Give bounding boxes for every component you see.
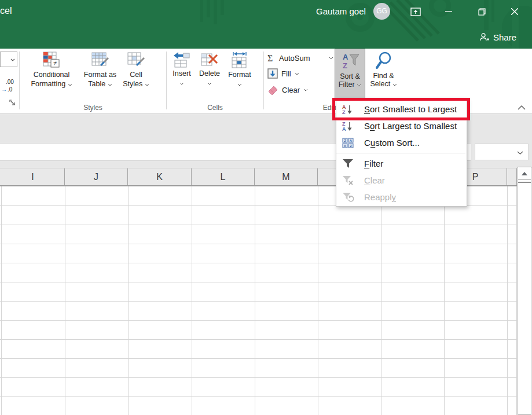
- clear-button[interactable]: Clear: [267, 83, 308, 97]
- grid-line-horizontal: [0, 301, 517, 302]
- delete-cells-icon: [201, 52, 218, 68]
- chevron-down-icon: [68, 83, 72, 86]
- annotation-highlight-box: [332, 98, 470, 120]
- avatar[interactable]: GG: [373, 3, 390, 20]
- menu-item-reapply: Reapply: [336, 189, 467, 205]
- autosum-sigma-icon: Σ: [267, 53, 276, 63]
- svg-text:→: →: [1, 86, 7, 93]
- menu-item-filter[interactable]: Filter: [336, 155, 467, 172]
- conditional-formatting-button[interactable]: ≠ Conditional Formatting: [23, 50, 80, 104]
- cell-styles-button[interactable]: Cell Styles: [119, 50, 153, 104]
- group-separator: [263, 52, 264, 109]
- column-header-I[interactable]: I: [1, 168, 65, 185]
- column-header-K[interactable]: K: [128, 168, 192, 185]
- menu-item-clear: Clear: [336, 172, 467, 189]
- filter-icon: [342, 159, 354, 168]
- share-label: Share: [493, 32, 516, 42]
- sort-filter-icon: A Z: [341, 52, 359, 71]
- menu-item-custom-sort[interactable]: ZAAZ Custom Sort...: [336, 134, 467, 151]
- svg-text:Z: Z: [344, 138, 346, 142]
- chevron-down-icon: [295, 72, 299, 75]
- restore-button[interactable]: [474, 5, 489, 19]
- chevron-down-icon: [179, 82, 184, 85]
- eraser-icon: [267, 85, 278, 96]
- ribbon-display-options-button[interactable]: [408, 5, 423, 19]
- window-title: cel: [0, 6, 12, 16]
- svg-text:Σ: Σ: [267, 53, 273, 63]
- number-dialog-launcher-icon[interactable]: [9, 100, 17, 107]
- account-name[interactable]: Gautam goel: [316, 6, 366, 16]
- ribbon-display-options-icon: [410, 8, 421, 16]
- chevron-down-icon: [10, 58, 15, 61]
- column-header-J[interactable]: J: [65, 168, 128, 185]
- share-button[interactable]: Share: [479, 31, 516, 43]
- formula-bar-expand[interactable]: [475, 144, 529, 160]
- grid-line-horizontal: [0, 225, 517, 225]
- grid-line-horizontal: [0, 320, 517, 321]
- close-icon: [511, 8, 518, 15]
- fill-icon: [267, 68, 278, 79]
- grid-line-horizontal: [0, 396, 517, 397]
- svg-text:Z: Z: [350, 144, 352, 147]
- collapse-ribbon-icon[interactable]: [517, 105, 526, 111]
- worksheet-grid[interactable]: [0, 186, 517, 415]
- chevron-down-icon: [329, 57, 333, 60]
- menu-item-label: Reapply: [364, 192, 396, 202]
- grid-line-horizontal: [0, 339, 517, 340]
- excel-window: cel Gautam goel GG: [0, 0, 532, 415]
- scroll-up-icon: [522, 172, 527, 175]
- svg-text:A: A: [342, 126, 346, 131]
- grid-line-horizontal: [0, 244, 517, 244]
- scrollbar-thumb[interactable]: [518, 182, 531, 414]
- minimize-button[interactable]: [441, 5, 456, 19]
- vertical-scrollbar[interactable]: [518, 167, 531, 415]
- cell-styles-icon: [127, 52, 145, 69]
- chevron-down-icon: [303, 89, 308, 91]
- grid-line-horizontal: [0, 377, 517, 378]
- menu-separator: [336, 153, 465, 153]
- clear-filter-icon: [342, 175, 354, 185]
- format-cells-button[interactable]: Format: [225, 50, 255, 104]
- reapply-icon: [342, 192, 354, 202]
- svg-text:A: A: [343, 53, 348, 61]
- chevron-down-icon: [108, 83, 112, 86]
- share-person-icon: [479, 32, 489, 42]
- column-header-M[interactable]: M: [255, 168, 318, 185]
- grid-line-horizontal: [0, 263, 517, 263]
- grid-line-horizontal: [0, 282, 517, 282]
- scroll-up-button[interactable]: [518, 167, 531, 180]
- chevron-down-icon: [237, 83, 242, 86]
- svg-text:.0: .0: [8, 86, 13, 93]
- styles-group-label: Styles: [20, 104, 166, 112]
- format-cells-icon: [231, 52, 248, 69]
- insert-cells-button[interactable]: Insert: [168, 50, 195, 104]
- column-header[interactable]: [507, 168, 517, 185]
- svg-text:Z: Z: [343, 61, 347, 70]
- delete-cells-button[interactable]: Delete: [195, 50, 224, 104]
- group-separator: [19, 52, 20, 109]
- column-header-L[interactable]: L: [192, 168, 255, 185]
- formula-bar-expand-icon: [517, 151, 523, 155]
- minimize-icon: [445, 8, 452, 15]
- number-format-dropdown[interactable]: [0, 52, 17, 67]
- find-select-icon: [375, 51, 393, 71]
- sort-z-to-a-icon: ZA: [342, 121, 354, 131]
- group-separator: [166, 52, 167, 109]
- svg-text:A: A: [344, 144, 347, 147]
- insert-cells-icon: [173, 52, 190, 68]
- svg-text:A: A: [350, 138, 353, 142]
- conditional-formatting-icon: ≠: [43, 52, 60, 69]
- fill-button[interactable]: Fill: [267, 67, 299, 80]
- autosum-button[interactable]: Σ AutoSum: [267, 51, 333, 65]
- restore-icon: [478, 8, 486, 16]
- find-select-button[interactable]: Find & Select: [366, 49, 401, 100]
- sort-filter-button[interactable]: A Z Sort & Filter: [335, 49, 365, 100]
- format-as-table-button[interactable]: Format as Table: [80, 50, 120, 104]
- decrease-decimal-icon[interactable]: .00 → .0: [1, 78, 19, 95]
- chevron-down-icon: [392, 83, 397, 86]
- chevron-down-icon: [145, 83, 149, 86]
- format-as-table-icon: [91, 52, 109, 69]
- custom-sort-icon: ZAAZ: [342, 138, 354, 148]
- close-button[interactable]: [507, 5, 522, 19]
- grid-line-horizontal: [0, 358, 517, 359]
